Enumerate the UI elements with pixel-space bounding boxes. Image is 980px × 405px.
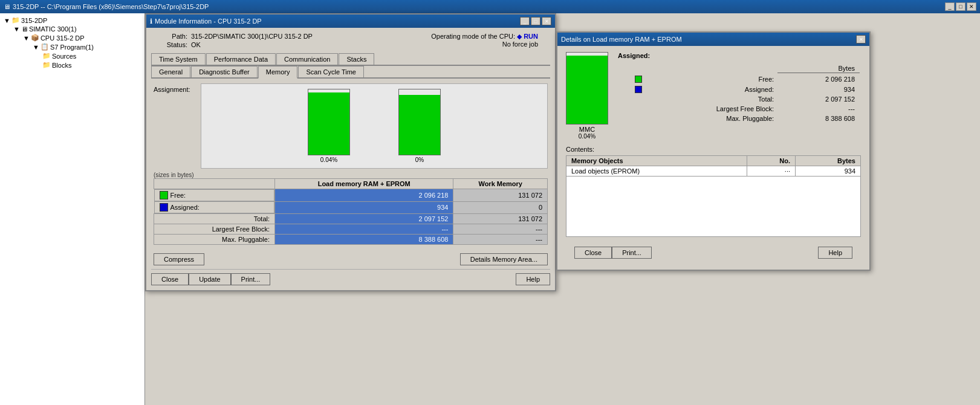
td-free-load: 2 096 218 [275,189,453,202]
module-close-button[interactable]: ✕ [542,17,551,25]
main-title-icon: 🖥 [4,3,10,10]
project-tree: ▼ 📁 315-2DP ▼ 🖥 SIMATIC 300(1) ▼ 📦 CPU 3… [0,13,145,405]
main-window-controls[interactable]: _ □ ✕ [945,2,976,11]
stats-largest-row: Largest Free Block: --- [619,105,860,113]
tab-performance[interactable]: Performance Data [206,53,276,65]
work-memory-bar-wrapper [398,89,441,155]
work-memory-bar-container: 0% [398,89,441,163]
table-row-assigned: Assigned: 934 0 [154,201,548,214]
contents-row-0: Load objects (EPROM) ··· 934 [566,166,861,177]
expand-icon: ▼ [13,25,20,33]
details-print-button[interactable]: Print... [612,247,652,259]
load-memory-bar-wrapper [308,89,350,155]
table-header-row: Load memory RAM + EPROM Work Memory [154,179,548,189]
th-label [154,179,275,189]
module-tabs-row2: General Diagnostic Buffer Memory Scan Cy… [151,66,550,79]
tab-general[interactable]: General [151,66,190,77]
th-memory-objects: Memory Objects [566,156,747,166]
mmc-bar-container: MMC 0.04% [566,52,608,140]
module-print-btn[interactable]: Print... [231,273,271,285]
module-dialog-titlebar: ℹ Module Information - CPU 315-2 DP _ □ … [146,15,555,28]
th-work: Work Memory [453,179,548,189]
assigned-label: Assigned: [646,85,776,94]
module-help-btn[interactable]: Help [516,273,550,285]
tab-memory[interactable]: Memory [258,66,298,79]
td-object-0: Load objects (EPROM) [566,166,747,177]
stats-total-row: Total: 2 097 152 [619,95,860,103]
mmc-bar-fill [566,56,608,124]
restore-button[interactable]: □ [956,2,965,11]
details-title-left: Details on Load memory RAM + EPROM [561,36,682,43]
mmc-bar-wrapper [566,52,608,125]
tree-item-315-2dp[interactable]: ▼ 📁 315-2DP [2,16,142,25]
details-help-button[interactable]: Help [818,247,852,259]
tree-label: 315-2DP [21,17,47,24]
tab-communication[interactable]: Communication [276,53,338,65]
module-restore-button[interactable]: □ [531,17,540,25]
largest-label: Largest Free Block: [646,105,776,113]
tree-item-sources[interactable]: 📁 Sources [41,51,142,60]
tree-item-cpu[interactable]: ▼ 📦 CPU 315-2 DP [22,33,142,42]
cpu-icon: 📦 [31,34,39,42]
operating-mode-row: Operating mode of the CPU: ◆ RUN [431,33,538,40]
details-dialog-controls[interactable]: ✕ [856,35,866,44]
table-row-largest: Largest Free Block: --- --- [154,224,548,235]
operating-mode-value: RUN [524,33,538,40]
tab-scan-cycle[interactable]: Scan Cycle Time [298,66,364,77]
module-close-btn[interactable]: Close [151,273,189,285]
minimize-button[interactable]: _ [945,2,955,11]
blocks-icon: 📁 [42,61,51,69]
details-close-x-button[interactable]: ✕ [856,35,866,44]
tree-label: Sources [52,53,76,60]
tab-stacks[interactable]: Stacks [339,53,374,65]
expand-icon: ▼ [33,44,39,51]
td-total-work: 131 072 [453,214,548,224]
td-bytes-0: 934 [796,166,861,177]
td-assigned-work: 0 [453,201,548,214]
expand-icon: ▼ [23,34,30,42]
main-title-left: 🖥 315-2DP -- C:\Program Files (x86)\Siem… [4,3,209,10]
run-diamond: ◆ [517,33,522,40]
program-icon: 📋 [41,43,49,51]
tree-label: CPU 315-2 DP [41,34,85,42]
tree-item-simatic[interactable]: ▼ 🖥 SIMATIC 300(1) [12,25,142,33]
tree-item-s7program[interactable]: ▼ 📋 S7 Program(1) [31,42,142,51]
module-dialog-title-left: ℹ Module Information - CPU 315-2 DP [150,18,262,25]
free-legend-box [635,76,642,83]
tree-label: SIMATIC 300(1) [29,25,77,33]
details-memory-button[interactable]: Details Memory Area... [460,253,548,265]
assignment-bars-container: 0.04% 0% [201,83,548,169]
path-status-section: Path: 315-2DP\SIMATIC 300(1)\CPU 315-2 D… [151,33,313,50]
contents-header-row: Memory Objects No. Bytes [566,156,861,166]
table-row-maxplug: Max. Pluggable: 8 388 608 --- [154,235,548,245]
details-stats: Assigned: Bytes Free: [618,52,861,140]
memory-table: Load memory RAM + EPROM Work Memory Free… [154,178,548,245]
operating-mode-section: Operating mode of the CPU: ◆ RUN No forc… [431,33,538,48]
close-button[interactable]: ✕ [967,2,976,11]
th-no: No. [747,156,796,166]
path-value: 315-2DP\SIMATIC 300(1)\CPU 315-2 DP [191,33,313,40]
assigned-title: Assigned: [618,52,861,59]
td-assigned-label: Assigned: [154,201,275,213]
td-free-work: 131 072 [453,189,548,202]
module-update-btn[interactable]: Update [189,273,230,285]
td-maxplug-load: 8 388 608 [275,235,453,245]
module-information-dialog: ℹ Module Information - CPU 315-2 DP _ □ … [145,13,556,291]
table-row-free: Free: 2 096 218 131 072 [154,189,548,202]
module-minimize-button[interactable]: _ [520,17,530,25]
mmc-label: MMC [579,126,595,133]
td-free-label: Free: [154,189,275,201]
tab-time-system[interactable]: Time System [151,53,206,65]
tree-item-blocks[interactable]: 📁 Blocks [41,60,142,70]
module-footer: Close Update Print... Help [151,269,550,285]
stats-table: Bytes Free: 2 096 218 [618,63,861,124]
td-largest-load: --- [275,224,453,235]
main-title-bar: 🖥 315-2DP -- C:\Program Files (x86)\Siem… [0,0,980,13]
td-largest-work: --- [453,224,548,235]
memory-tab-content: Assignment: 0.04% [151,79,550,250]
details-close-button[interactable]: Close [574,247,612,259]
tab-diagnostic[interactable]: Diagnostic Buffer [191,66,258,77]
compress-button[interactable]: Compress [154,253,204,265]
td-maxplug-label: Max. Pluggable: [154,235,275,245]
module-dialog-controls[interactable]: _ □ ✕ [520,17,551,25]
